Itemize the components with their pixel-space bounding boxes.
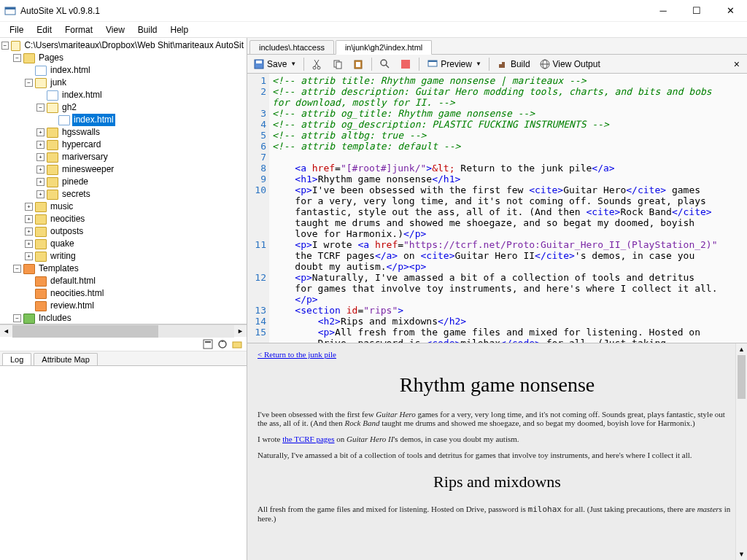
copy-button[interactable] (329, 57, 347, 71)
tab-log[interactable]: Log (2, 353, 31, 365)
refresh-icon[interactable] (217, 339, 228, 349)
tree-item-selected[interactable]: index.html (72, 114, 115, 126)
open-folder-icon[interactable] (232, 339, 242, 349)
expander-icon[interactable]: − (36, 104, 44, 112)
tree-templates[interactable]: Templates (37, 262, 80, 275)
expander-icon[interactable]: + (36, 178, 44, 186)
tree-item[interactable]: default.html (49, 275, 97, 287)
html-icon (58, 115, 70, 125)
expander-icon[interactable]: + (36, 190, 44, 198)
menu-edit[interactable]: Edit (30, 23, 58, 36)
tree-item[interactable]: hypercard (61, 139, 102, 151)
scroll-up-icon[interactable]: ▲ (736, 343, 747, 355)
tree-item[interactable]: index.html (61, 89, 104, 101)
template-icon (35, 276, 47, 287)
expander-icon[interactable]: + (25, 203, 33, 211)
menu-format[interactable]: Format (58, 23, 99, 36)
tree-pages[interactable]: Pages (37, 52, 65, 64)
highlight-button[interactable] (397, 57, 414, 71)
save-button[interactable]: Save▼ (250, 57, 299, 71)
tree-junk[interactable]: junk (49, 77, 68, 89)
editor-tab[interactable]: includes\.htaccess (249, 40, 334, 55)
scrollbar-thumb[interactable] (738, 355, 746, 399)
preview-pane: < Return to the junk pile Rhythm game no… (247, 343, 747, 560)
paste-button[interactable] (349, 57, 367, 71)
tree-includes[interactable]: Includes (37, 312, 73, 324)
editor-tab-active[interactable]: in\junk\gh2\index.html (336, 40, 432, 55)
expander-icon[interactable]: + (36, 166, 44, 174)
scroll-left-icon[interactable]: ◄ (0, 327, 12, 335)
expander-icon[interactable]: + (25, 240, 33, 248)
menu-file[interactable]: File (3, 23, 30, 36)
expander-icon[interactable]: − (13, 265, 21, 273)
tree-item[interactable]: neocities (49, 213, 86, 225)
expander-icon[interactable]: + (36, 128, 44, 136)
close-button[interactable]: ✕ (713, 0, 747, 22)
tree-item[interactable]: outposts (49, 225, 85, 238)
expander-icon[interactable]: − (25, 79, 33, 87)
folder-icon (47, 140, 58, 150)
cut-button[interactable] (309, 57, 326, 71)
vertical-scrollbar[interactable]: ▲ ▼ (735, 343, 747, 560)
properties-icon[interactable] (203, 339, 213, 349)
tree-item[interactable]: hgsswalls (61, 126, 101, 139)
tree-item[interactable]: quake (49, 238, 76, 250)
maximize-button[interactable]: ☐ (680, 0, 713, 22)
folder-icon (47, 152, 58, 163)
folder-icon (47, 128, 58, 138)
svg-rect-3 (205, 341, 211, 343)
tree-gh2[interactable]: gh2 (61, 101, 78, 114)
scroll-right-icon[interactable]: ► (234, 327, 247, 335)
code-content[interactable]: <!-- attrib title: Rhythm game nonsense … (269, 74, 747, 343)
build-button[interactable]: Build (494, 57, 533, 71)
line-gutter: 12 345678910 11 12 131415 (247, 74, 269, 343)
preview-back-link[interactable]: < Return to the junk pile (258, 350, 336, 359)
expander-icon[interactable]: − (1, 42, 9, 50)
preview-paragraph: I wrote the TCRF pages on Guitar Hero II… (258, 435, 737, 443)
tree-root[interactable]: C:\Users\mariteaux\Dropbox\Web Shit\mari… (23, 39, 245, 52)
horizontal-scrollbar[interactable]: ◄ ► (0, 324, 247, 337)
expander-icon[interactable]: + (25, 215, 33, 223)
tree-item[interactable]: review.html (49, 300, 96, 312)
editor-toolbar: Save▼ Preview▼ Build View Output × (247, 55, 747, 74)
preview-link[interactable]: the TCRF pages (282, 435, 334, 443)
copy-icon (332, 58, 344, 70)
tree-item[interactable]: index.html (49, 64, 92, 77)
tree-item[interactable]: pinede (61, 176, 90, 188)
tab-attribute-map[interactable]: Attribute Map (34, 353, 97, 365)
menu-view[interactable]: View (99, 23, 131, 36)
scrollbar-thumb[interactable] (12, 325, 158, 338)
expander-icon[interactable]: + (25, 252, 33, 260)
search-icon (379, 58, 391, 70)
menubar: File Edit Format View Build Help (0, 22, 747, 38)
preview-icon (427, 58, 438, 70)
titlebar: AutoSite XL v0.9.8.1 ─ ☐ ✕ (0, 0, 747, 22)
expander-icon[interactable]: + (25, 228, 33, 236)
preview-button[interactable]: Preview▼ (424, 57, 484, 71)
close-tab-button[interactable]: × (729, 58, 744, 70)
svg-rect-7 (256, 61, 262, 63)
view-output-button[interactable]: View Output (536, 57, 603, 71)
tree-pane[interactable]: −C:\Users\mariteaux\Dropbox\Web Shit\mar… (0, 38, 247, 324)
dropdown-icon: ▼ (476, 61, 481, 67)
scroll-down-icon[interactable]: ▼ (736, 548, 747, 560)
tree-item[interactable]: secrets (61, 188, 92, 201)
expander-icon[interactable]: + (36, 153, 44, 161)
tree-item[interactable]: music (49, 201, 74, 213)
tree-item[interactable]: neocities.html (49, 287, 105, 300)
expander-icon[interactable]: + (36, 141, 44, 149)
minimize-button[interactable]: ─ (646, 0, 680, 22)
code-editor[interactable]: 12 345678910 11 12 131415 <!-- attrib ti… (247, 74, 747, 343)
tree-item[interactable]: writing (49, 250, 77, 262)
tree-item[interactable]: mariversary (61, 151, 109, 163)
find-button[interactable] (376, 57, 394, 71)
menu-build[interactable]: Build (131, 23, 164, 36)
menu-help[interactable]: Help (164, 23, 196, 36)
html-icon (47, 90, 58, 101)
svg-rect-2 (204, 340, 212, 349)
svg-rect-17 (428, 61, 437, 62)
preview-paragraph: All fresh from the game files and mixed … (258, 505, 737, 523)
expander-icon[interactable]: − (13, 54, 21, 62)
expander-icon[interactable]: − (13, 314, 21, 322)
tree-item[interactable]: minesweeper (61, 163, 115, 176)
